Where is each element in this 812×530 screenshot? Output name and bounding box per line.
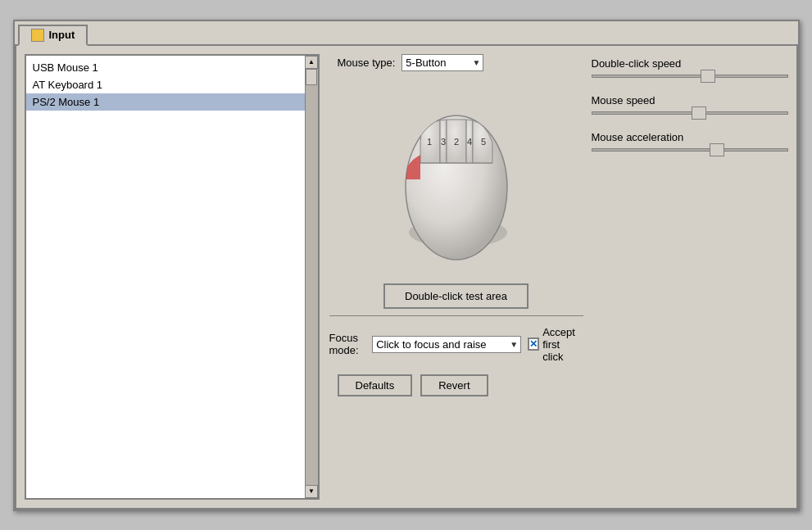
- accept-first-click-label: Accept first click: [542, 326, 583, 363]
- focus-mode-select[interactable]: Click to focus and raise Click to focus …: [372, 336, 521, 353]
- mouse-speed-slider[interactable]: [592, 111, 788, 115]
- main-panel: Mouse type: 1-Button 2-Button 3-Button 5…: [329, 54, 788, 500]
- mouse-acceleration-label: Mouse acceleration: [592, 131, 788, 143]
- sliders-panel: Double-click speed Mouse speed Mouse acc…: [592, 54, 788, 500]
- accept-first-click-checkbox[interactable]: ✕: [528, 337, 539, 351]
- device-list[interactable]: USB Mouse 1 AT Keyboard 1 PS/2 Mouse 1 ▲: [25, 54, 320, 500]
- device-item-0[interactable]: USB Mouse 1: [26, 59, 318, 76]
- center-panel: Mouse type: 1-Button 2-Button 3-Button 5…: [329, 54, 583, 500]
- svg-text:4: 4: [466, 137, 471, 147]
- double-click-speed-label: Double-click speed: [592, 57, 788, 70]
- mouse-speed-section: Mouse speed: [592, 94, 788, 115]
- device-item-1-label: AT Keyboard 1: [33, 79, 103, 91]
- double-click-test-label: Double-click test area: [405, 290, 507, 302]
- device-list-scrollbar[interactable]: ▲ ▼: [305, 56, 318, 498]
- svg-text:2: 2: [453, 137, 458, 147]
- scroll-thumb[interactable]: [306, 69, 317, 85]
- action-row: Defaults Revert: [329, 371, 583, 398]
- bottom-controls: Focus mode: Click to focus and raise Cli…: [329, 315, 583, 398]
- device-item-2[interactable]: PS/2 Mouse 1: [26, 93, 318, 111]
- input-icon: [31, 29, 44, 42]
- device-item-1[interactable]: AT Keyboard 1: [26, 76, 318, 93]
- mouse-type-select[interactable]: 1-Button 2-Button 3-Button 5-Button: [401, 54, 483, 71]
- double-click-speed-slider[interactable]: [592, 75, 788, 78]
- scroll-up-btn[interactable]: ▲: [305, 56, 318, 69]
- main-window: Input USB Mouse 1 AT Keyboard 1 PS/2 Mou…: [13, 20, 800, 511]
- scroll-track: [306, 69, 318, 485]
- mouse-illustration: 1 3 2 4 5: [374, 81, 538, 272]
- content-area: USB Mouse 1 AT Keyboard 1 PS/2 Mouse 1 ▲: [15, 44, 798, 510]
- accept-first-click-row: ✕ Accept first click: [528, 326, 583, 363]
- mouse-type-row: Mouse type: 1-Button 2-Button 3-Button 5…: [329, 54, 583, 71]
- mouse-type-label: Mouse type:: [338, 57, 396, 69]
- focus-mode-label: Focus mode:: [329, 332, 366, 356]
- mouse-acceleration-section: Mouse acceleration: [592, 131, 788, 152]
- device-list-inner: USB Mouse 1 AT Keyboard 1 PS/2 Mouse 1: [26, 56, 318, 114]
- tab-input[interactable]: Input: [18, 25, 88, 46]
- device-list-panel: USB Mouse 1 AT Keyboard 1 PS/2 Mouse 1 ▲: [25, 54, 320, 500]
- mouse-type-select-wrapper: 1-Button 2-Button 3-Button 5-Button ▼: [401, 54, 483, 71]
- scroll-down-btn[interactable]: ▼: [305, 485, 318, 498]
- device-item-2-label: PS/2 Mouse 1: [33, 96, 100, 108]
- mouse-acceleration-slider[interactable]: [592, 148, 788, 152]
- tab-bar: Input: [15, 21, 798, 44]
- mouse-svg: 1 3 2 4 5: [374, 81, 538, 270]
- mouse-speed-label: Mouse speed: [592, 94, 788, 106]
- revert-button[interactable]: Revert: [420, 374, 488, 396]
- tab-input-label: Input: [49, 29, 75, 41]
- focus-mode-select-wrapper: Click to focus and raise Click to focus …: [372, 336, 521, 353]
- double-click-speed-section: Double-click speed: [592, 57, 788, 78]
- double-click-test-btn[interactable]: Double-click test area: [383, 283, 528, 309]
- svg-text:3: 3: [440, 137, 445, 147]
- device-item-0-label: USB Mouse 1: [33, 61, 98, 74]
- svg-text:5: 5: [480, 137, 485, 147]
- svg-text:1: 1: [426, 137, 431, 147]
- defaults-button[interactable]: Defaults: [338, 374, 413, 396]
